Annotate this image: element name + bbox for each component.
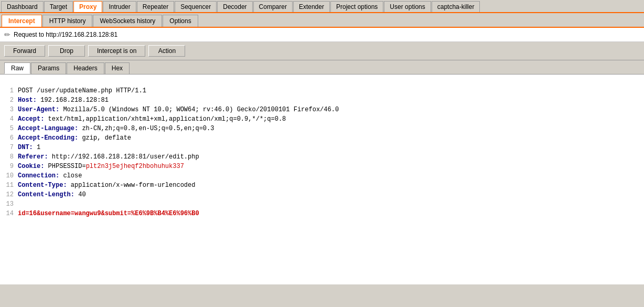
top-nav-tab-proxy[interactable]: Proxy — [73, 1, 102, 12]
format-tab-raw[interactable]: Raw — [4, 62, 30, 74]
line-content: Accept: text/html,application/xhtml+xml,… — [18, 114, 286, 124]
action-button[interactable]: Action — [148, 45, 185, 57]
top-nav: DashboardTargetProxyIntruderRepeaterSequ… — [0, 0, 644, 13]
table-row: 3User-Agent: Mozilla/5.0 (Windows NT 10.… — [4, 105, 640, 114]
drop-button[interactable]: Drop — [48, 45, 85, 57]
line-content: Content-Type: application/x-www-form-url… — [18, 181, 195, 190]
line-content: id=16&username=wangwu9&submit=%E6%9B%B4%… — [18, 209, 199, 218]
table-row: 10Connection: close — [4, 171, 640, 181]
format-tabs: RawParamsHeadersHex — [0, 60, 644, 75]
format-tab-hex[interactable]: Hex — [105, 62, 130, 74]
content-area[interactable]: 1POST /user/updateName.php HTTP/1.12Host… — [0, 75, 644, 284]
line-number: 2 — [4, 96, 14, 105]
format-tab-params[interactable]: Params — [31, 62, 66, 74]
table-row: 7DNT: 1 — [4, 143, 640, 152]
pencil-icon: ✏ — [4, 30, 10, 39]
line-number: 14 — [4, 209, 14, 218]
top-nav-tab-sequencer[interactable]: Sequencer — [175, 1, 217, 12]
line-number: 1 — [4, 86, 14, 96]
line-number: 11 — [4, 181, 14, 190]
line-content: User-Agent: Mozilla/5.0 (Windows NT 10.0… — [18, 105, 339, 114]
top-nav-tab-repeater[interactable]: Repeater — [137, 1, 174, 12]
format-tab-headers[interactable]: Headers — [67, 62, 104, 74]
forward-button[interactable]: Forward — [4, 45, 45, 57]
line-number: 5 — [4, 124, 14, 133]
request-bar: ✏ Request to http://192.168.218.128:81 — [0, 28, 644, 42]
line-content: DNT: 1 — [18, 143, 40, 152]
line-number: 12 — [4, 190, 14, 199]
top-nav-tab-user-options[interactable]: User options — [384, 1, 431, 12]
line-content: Connection: close — [18, 171, 82, 181]
table-row: 9Cookie: PHPSESSID=plt2n3j5ejheqf2hbohuh… — [4, 162, 640, 171]
table-row: 12Content-Length: 40 — [4, 190, 640, 199]
second-nav: InterceptHTTP historyWebSockets historyO… — [0, 13, 644, 28]
table-row: 4Accept: text/html,application/xhtml+xml… — [4, 114, 640, 124]
table-row: 5Accept-Language: zh-CN,zh;q=0.8,en-US;q… — [4, 124, 640, 133]
line-content: Host: 192.168.218.128:81 — [18, 96, 109, 105]
table-row: 14id=16&username=wangwu9&submit=%E6%9B%B… — [4, 209, 640, 218]
table-row: 13 — [4, 199, 640, 209]
line-content: POST /user/updateName.php HTTP/1.1 — [18, 86, 146, 96]
top-nav-tab-intruder[interactable]: Intruder — [103, 1, 136, 12]
toolbar: Forward Drop Intercept is on Action — [0, 42, 644, 60]
top-nav-tab-project-options[interactable]: Project options — [330, 1, 383, 12]
line-content: Accept-Encoding: gzip, deflate — [18, 133, 131, 143]
top-nav-tab-captcha-killer[interactable]: captcha-killer — [432, 1, 480, 12]
table-row: 8Referer: http://192.168.218.128:81/user… — [4, 152, 640, 162]
line-content: Accept-Language: zh-CN,zh;q=0.8,en-US;q=… — [18, 124, 214, 133]
request-url: Request to http://192.168.218.128:81 — [14, 31, 117, 38]
table-row: 2Host: 192.168.218.128:81 — [4, 96, 640, 105]
line-content: Cookie: PHPSESSID=plt2n3j5ejheqf2hbohuhu… — [18, 162, 184, 171]
line-number: 6 — [4, 133, 14, 143]
line-number: 13 — [4, 199, 14, 209]
top-nav-tab-target[interactable]: Target — [44, 1, 73, 12]
top-nav-tab-dashboard[interactable]: Dashboard — [1, 1, 44, 12]
line-number: 3 — [4, 105, 14, 114]
line-number: 10 — [4, 171, 14, 181]
table-row: 6Accept-Encoding: gzip, deflate — [4, 133, 640, 143]
second-nav-tab-options[interactable]: Options — [163, 15, 198, 27]
line-number: 4 — [4, 114, 14, 124]
second-nav-tab-websockets-history[interactable]: WebSockets history — [93, 15, 162, 27]
top-nav-tab-extender[interactable]: Extender — [293, 1, 330, 12]
top-nav-tab-decoder[interactable]: Decoder — [217, 1, 252, 12]
line-number: 9 — [4, 162, 14, 171]
line-content: Referer: http://192.168.218.128:81/user/… — [18, 152, 199, 162]
table-row: 1POST /user/updateName.php HTTP/1.1 — [4, 86, 640, 96]
second-nav-tab-http-history[interactable]: HTTP history — [42, 15, 93, 27]
line-content: Content-Length: 40 — [18, 190, 86, 199]
line-number: 8 — [4, 152, 14, 162]
second-nav-tab-intercept[interactable]: Intercept — [2, 15, 42, 27]
intercept-button[interactable]: Intercept is on — [88, 45, 145, 57]
table-row: 11Content-Type: application/x-www-form-u… — [4, 181, 640, 190]
top-nav-tab-comparer[interactable]: Comparer — [253, 1, 293, 12]
line-number: 7 — [4, 143, 14, 152]
